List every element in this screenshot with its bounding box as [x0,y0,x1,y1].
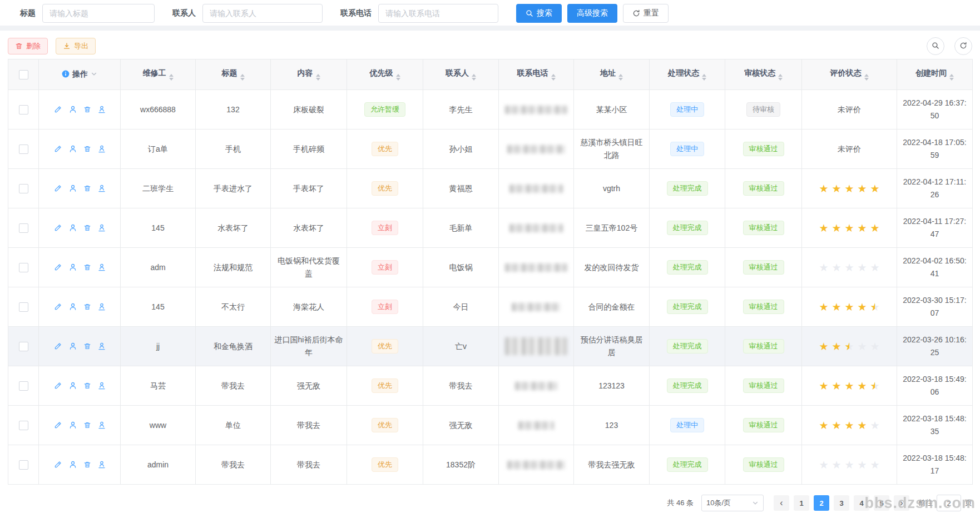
star-icon: ★ [831,262,841,273]
phone-input[interactable] [378,4,498,23]
table-refresh-button[interactable] [954,37,972,55]
table-row: admin带我去带我去优先18352阶带我去强无敌处理完成审核通过★★★★★20… [8,445,973,485]
op-assign-icon[interactable] [97,145,106,153]
table-search-toggle-button[interactable] [927,37,944,55]
sort-icon[interactable] [949,74,954,81]
op-assign-icon[interactable] [97,381,106,390]
row-checkbox[interactable] [19,302,28,312]
sort-icon[interactable] [396,74,400,81]
col-header-worker[interactable]: 维修工 [121,59,196,90]
op-user-icon[interactable] [68,421,77,430]
row-checkbox[interactable] [19,421,28,430]
cell-ops [39,366,121,406]
op-edit-icon[interactable] [53,263,62,272]
op-user-icon[interactable] [68,223,77,232]
col-header-content[interactable]: 内容 [271,59,347,90]
row-checkbox[interactable] [19,184,28,193]
col-header-title[interactable]: 标题 [196,59,271,90]
phone-redacted [509,185,563,193]
advanced-search-button[interactable]: 高级搜索 [567,4,617,23]
col-header-review[interactable]: 审核状态 [725,59,802,90]
page-size-select[interactable]: 10条/页 [701,495,764,511]
row-checkbox[interactable] [19,460,28,470]
export-button[interactable]: 导出 [56,38,96,54]
select-all-checkbox[interactable] [19,70,28,79]
op-delete-icon[interactable] [83,224,91,232]
op-delete-icon[interactable] [83,145,91,153]
op-user-icon[interactable] [68,460,77,469]
col-header-process[interactable]: 处理状态 [650,59,725,90]
op-edit-icon[interactable] [53,223,62,232]
col-header-priority[interactable]: 优先级 [347,59,423,90]
op-user-icon[interactable] [68,263,77,272]
prev-page-button[interactable]: ‹ [774,495,789,511]
row-checkbox[interactable] [19,105,28,114]
delete-button[interactable]: 删除 [8,38,48,54]
op-assign-icon[interactable] [97,302,106,311]
title-input[interactable] [42,4,155,23]
sort-icon[interactable] [618,74,623,81]
sort-icon[interactable] [472,74,476,81]
col-header-rating[interactable]: 评价状态 [802,59,897,90]
priority-tag: 立刻 [372,300,398,314]
op-assign-icon[interactable] [97,184,106,193]
cell-process: 处理完成 [650,287,725,327]
op-user-icon[interactable] [68,381,77,390]
row-checkbox[interactable] [19,342,28,351]
chevron-down-icon[interactable] [91,70,97,79]
op-edit-icon[interactable] [53,460,62,469]
row-checkbox[interactable] [19,145,28,154]
column-label: 维修工 [143,68,166,77]
op-delete-icon[interactable] [83,382,91,390]
op-assign-icon[interactable] [97,105,106,114]
op-edit-icon[interactable] [53,421,62,430]
row-checkbox[interactable] [19,381,28,391]
sort-icon[interactable] [702,74,706,81]
sort-icon[interactable] [316,74,320,81]
col-header-checkbox [8,59,39,90]
op-user-icon[interactable] [68,105,77,114]
op-delete-icon[interactable] [83,342,91,350]
cell-process: 处理完成 [650,169,725,208]
op-edit-icon[interactable] [53,342,62,351]
op-edit-icon[interactable] [53,302,62,311]
search-button[interactable]: 搜索 [516,4,562,23]
page-button-3[interactable]: 3 [834,495,849,511]
op-edit-icon[interactable] [53,381,62,390]
contact-input[interactable] [202,4,323,23]
row-checkbox[interactable] [19,263,28,272]
op-assign-icon[interactable] [97,223,106,232]
sort-icon[interactable] [240,74,245,81]
col-header-created[interactable]: 创建时间 [897,59,973,90]
op-edit-icon[interactable] [53,184,62,193]
sort-icon[interactable] [778,74,783,81]
op-edit-icon[interactable] [53,105,62,114]
op-delete-icon[interactable] [83,106,91,113]
op-user-icon[interactable] [68,302,77,311]
row-checkbox[interactable] [19,223,28,233]
sort-icon[interactable] [551,74,556,81]
op-assign-icon[interactable] [97,460,106,469]
op-assign-icon[interactable] [97,421,106,430]
op-edit-icon[interactable] [53,145,62,153]
op-delete-icon[interactable] [83,421,91,429]
col-header-contact[interactable]: 联系人 [423,59,499,90]
op-assign-icon[interactable] [97,342,106,351]
sort-icon[interactable] [864,74,869,81]
op-delete-icon[interactable] [83,263,91,271]
page-button-1[interactable]: 1 [794,495,809,511]
col-header-address[interactable]: 地址 [574,59,650,90]
op-delete-icon[interactable] [83,185,91,192]
op-user-icon[interactable] [68,184,77,193]
page-button-2[interactable]: 2 [814,495,829,511]
col-header-phone[interactable]: 联系电话 [499,59,574,90]
sort-icon[interactable] [169,74,174,81]
reset-button[interactable]: 重置 [623,4,669,23]
op-assign-icon[interactable] [97,263,106,272]
cell-checkbox [8,90,39,130]
op-user-icon[interactable] [68,342,77,351]
op-delete-icon[interactable] [83,461,91,469]
cell-contact: 电饭锅 [423,248,499,287]
op-user-icon[interactable] [68,145,77,153]
op-delete-icon[interactable] [83,303,91,311]
